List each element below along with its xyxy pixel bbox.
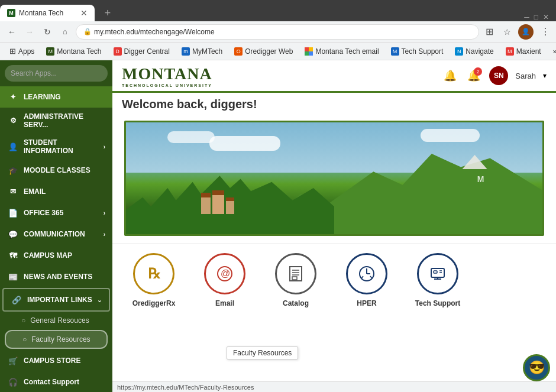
extensions-button[interactable]: ⊞ bbox=[483, 25, 496, 38]
catalog-label: Catalog bbox=[283, 299, 309, 307]
sidebar-item-email[interactable]: ✉ EMAIL bbox=[0, 181, 112, 202]
bookmark-montana-email[interactable]: Montana Tech email bbox=[300, 46, 383, 57]
email-ql-label: Email bbox=[215, 299, 234, 307]
quick-link-hper[interactable]: HPER bbox=[343, 253, 390, 307]
catalog-icon bbox=[275, 253, 316, 294]
bookmark-oredigger-web[interactable]: O Oredigger Web bbox=[229, 46, 298, 57]
news-icon: 📰 bbox=[7, 271, 19, 283]
svg-rect-7 bbox=[292, 277, 297, 280]
svg-rect-16 bbox=[434, 271, 437, 273]
bookmark-apps[interactable]: ⊞ Apps bbox=[5, 46, 39, 57]
bottom-avatar-container[interactable]: 😎 bbox=[523, 354, 550, 381]
sidebar-item-moodle[interactable]: 🎓 MOODLE CLASSES bbox=[0, 160, 112, 181]
tech-support-label: Tech Support bbox=[415, 299, 460, 307]
sidebar-item-campus-map[interactable]: 🗺 CAMPUS MAP bbox=[0, 245, 112, 266]
hero-image: M bbox=[124, 121, 544, 236]
forward-button[interactable]: → bbox=[22, 25, 37, 39]
bookmark-star-button[interactable]: ☆ bbox=[500, 25, 513, 38]
new-tab-button[interactable]: + bbox=[98, 5, 117, 21]
faculty-resources-sub-icon: ○ bbox=[22, 335, 27, 344]
status-bar: https://my.mtech.edu/MTech/Faculty-Resou… bbox=[112, 381, 556, 392]
sidebar-item-news[interactable]: 📰 NEWS AND EVENTS bbox=[0, 266, 112, 287]
search-apps-input[interactable] bbox=[5, 65, 108, 82]
quick-link-email[interactable]: @ Email bbox=[201, 253, 248, 307]
welcome-section: Welcome back, diggers! bbox=[112, 93, 556, 114]
communication-icon: 💬 bbox=[7, 228, 19, 240]
quick-link-orediggerrx[interactable]: ℞ OrediggerRx bbox=[130, 253, 177, 307]
menu-button[interactable]: ⋮ bbox=[538, 25, 551, 38]
student-icon: 👤 bbox=[7, 141, 19, 153]
mymtech-icon: m bbox=[182, 47, 190, 56]
bell-badge-button[interactable]: 🔔 2 bbox=[466, 67, 482, 84]
tab-title: Montana Tech bbox=[19, 9, 63, 17]
back-button[interactable]: ← bbox=[5, 25, 19, 39]
campus-map-icon: 🗺 bbox=[7, 250, 19, 261]
user-dropdown-icon[interactable]: ▾ bbox=[543, 72, 547, 80]
sidebar-item-admin[interactable]: ⚙ ADMINISTRATIVE SERV... bbox=[0, 108, 112, 134]
notifications-button[interactable]: 🔔 bbox=[442, 67, 458, 84]
navigate-icon: N bbox=[455, 47, 463, 56]
app-header: MONTANA TECHNOLOGICAL UNIVERSITY 🔔 🔔 2 S… bbox=[112, 60, 556, 93]
logo-montana-text: MONTANA bbox=[122, 64, 212, 83]
url-text: my.mtech.edu/mtechengage/Welcome bbox=[94, 28, 215, 36]
bookmark-digger-central[interactable]: D Digger Central bbox=[109, 46, 174, 57]
sidebar-item-student[interactable]: 👤 STUDENT INFORMATION › bbox=[0, 134, 112, 160]
email-ql-icon: @ bbox=[204, 253, 245, 294]
contact-support-icon: 🎧 bbox=[7, 376, 19, 388]
maximize-button[interactable]: □ bbox=[534, 13, 538, 21]
profile-button[interactable]: 👤 bbox=[518, 24, 534, 40]
quick-link-catalog[interactable]: Catalog bbox=[272, 253, 319, 307]
welcome-diggers: diggers! bbox=[211, 98, 257, 111]
close-window-button[interactable]: ✕ bbox=[543, 13, 549, 21]
bookmark-tech-support[interactable]: M Tech Support bbox=[386, 46, 448, 57]
sidebar-item-office365[interactable]: 📄 OFFICE 365 › bbox=[0, 202, 112, 223]
active-tab[interactable]: M Montana Tech ✕ bbox=[0, 5, 95, 21]
tooltip-faculty-resources: Faculty Resources bbox=[227, 346, 298, 359]
campus-store-icon: 🛒 bbox=[7, 355, 19, 367]
maxient-icon: M bbox=[506, 47, 514, 56]
search-apps-container bbox=[0, 60, 112, 86]
sidebar-item-important-links[interactable]: 🔗 IMPORTANT LINKS ⌄ bbox=[2, 288, 110, 312]
minimize-button[interactable]: ─ bbox=[524, 13, 529, 21]
email-icon: ✉ bbox=[7, 186, 19, 197]
bookmark-mymtech[interactable]: m MyMTech bbox=[177, 46, 227, 57]
sidebar-item-contact-support[interactable]: 🎧 Contact Support bbox=[0, 371, 112, 392]
svg-line-11 bbox=[361, 276, 363, 278]
tech-support-bm-icon: M bbox=[391, 47, 399, 56]
sidebar-item-learning[interactable]: ✦ LEARNING bbox=[0, 86, 112, 108]
general-resources-sub-icon: ○ bbox=[21, 316, 25, 325]
logo-sub-text: TECHNOLOGICAL UNIVERSITY bbox=[122, 83, 212, 88]
quick-links-section: ℞ OrediggerRx @ Email bbox=[112, 243, 556, 392]
office365-icon: 📄 bbox=[7, 207, 19, 219]
sidebar-item-communication[interactable]: 💬 COMMUNICATION › bbox=[0, 223, 112, 245]
quick-link-tech-support[interactable]: Tech Support bbox=[414, 253, 461, 307]
sidebar: ✦ LEARNING ⚙ ADMINISTRATIVE SERV... 👤 ST… bbox=[0, 60, 112, 392]
logo-area: MONTANA TECHNOLOGICAL UNIVERSITY bbox=[122, 64, 212, 88]
tech-support-icon bbox=[417, 253, 458, 294]
user-name: Sarah bbox=[515, 72, 536, 80]
bottom-avatar: 😎 bbox=[523, 354, 550, 381]
bookmark-montana-tech[interactable]: M Montana Tech bbox=[41, 46, 106, 57]
user-avatar[interactable]: SN bbox=[489, 66, 508, 85]
notification-badge: 2 bbox=[474, 67, 482, 76]
address-bar[interactable]: 🔒 my.mtech.edu/mtechengage/Welcome bbox=[76, 24, 479, 40]
orediggerrx-icon: ℞ bbox=[133, 253, 174, 294]
sidebar-subitem-general-resources[interactable]: ○ General Resouces bbox=[0, 312, 112, 329]
bookmark-maxient[interactable]: M Maxient bbox=[501, 46, 546, 57]
sidebar-item-campus-store[interactable]: 🛒 CAMPUS STORE bbox=[0, 350, 112, 371]
hper-label: HPER bbox=[357, 299, 376, 307]
student-chevron-icon: › bbox=[104, 144, 105, 150]
refresh-button[interactable]: ↻ bbox=[40, 25, 54, 39]
header-icons: 🔔 🔔 2 SN Sarah ▾ bbox=[442, 66, 547, 85]
important-links-icon: 🔗 bbox=[11, 294, 22, 306]
svg-text:@: @ bbox=[221, 268, 230, 278]
bookmark-more[interactable]: » bbox=[548, 46, 556, 57]
welcome-text: Welcome back, bbox=[122, 98, 211, 111]
montana-tech-bm-icon: M bbox=[46, 47, 54, 56]
sidebar-subitem-faculty-resources[interactable]: ○ Faculty Resources bbox=[5, 330, 108, 349]
tab-close-button[interactable]: ✕ bbox=[80, 8, 88, 18]
bookmark-navigate[interactable]: N Navigate bbox=[450, 46, 498, 57]
svg-line-12 bbox=[370, 276, 372, 278]
office365-chevron-icon: › bbox=[104, 210, 105, 216]
home-button[interactable]: ⌂ bbox=[58, 25, 72, 39]
